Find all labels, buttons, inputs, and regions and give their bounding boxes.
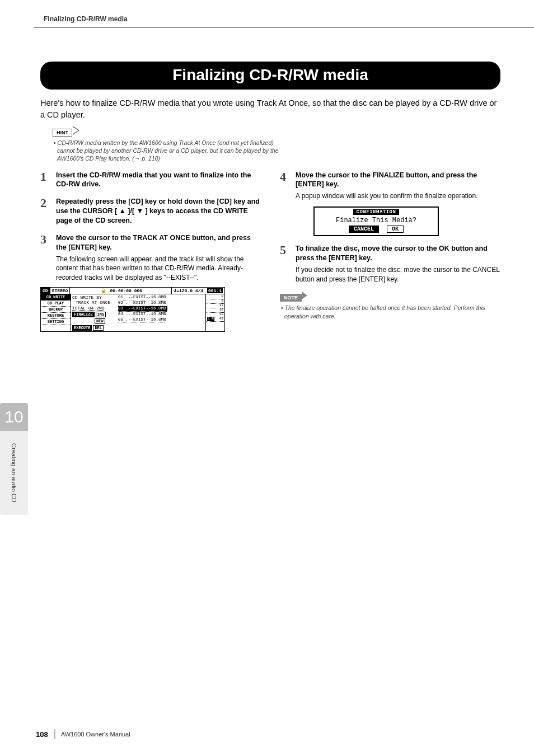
meter-mark: 48 [219,317,223,321]
cd-panel: CD WRITE BY TRACK AT ONCE TOTAL 84.2MB F… [71,294,205,331]
cd-mode: STEREO [50,288,71,294]
footer-divider [54,729,55,739]
tab-restore[interactable]: RESTORE [41,313,71,319]
track-row: 04 .--EXIST--16.8MB [118,312,167,317]
del-button[interactable]: DEL [93,325,104,331]
step-4: 4 Move the cursor to the FINALIZE button… [280,171,500,237]
cd-time: 00:00:00.000 [110,288,142,293]
new-button[interactable]: NEW [95,318,105,324]
cd-screen-figure: CD STEREO 🔒 00:00:00.000 J=120.0 4/4 001… [40,287,225,332]
step-number: 2 [40,197,50,209]
step-number: 4 [280,171,290,183]
cancel-button[interactable]: CANCEL [349,226,379,233]
chapter-side-label: Creating an audio CD [0,431,28,515]
right-column: 4 Move the cursor to the FINALIZE button… [280,171,500,340]
track-list: 01 .--EXIST--16.8MB 02 .--EXIST--16.8MB … [118,295,167,323]
cd-tempo: J=120.0 4/4 [174,288,203,293]
page-number: 108 [36,730,48,739]
note-text: The finalize operation cannot be halted … [280,304,500,320]
tab-cdplay[interactable]: CD PLAY [41,300,71,307]
left-column: 1 Insert the CD-R/RW media that you want… [40,171,261,340]
step-number: 3 [40,233,50,246]
intro-text: Here's how to finalize CD-R/RW media tha… [40,97,500,121]
track-row: 05 .--EXIST--16.8MB [118,317,167,323]
lock-icon: 🔒 [100,288,107,293]
step-body: The following screen will appear, and th… [56,255,261,283]
confirmation-dialog: CONFIRMATION Finalize This Media? CANCEL… [313,206,439,236]
step-body: A popup window will ask you to confirm t… [296,191,500,201]
step-title: Move the cursor to the TRACK AT ONCE but… [56,233,261,252]
level-meter: 0 6 12 18 30 L R 48 [205,294,224,331]
tab-cdwrite[interactable]: CD WRITE [41,294,71,300]
dialog-message: Finalize This Media? [315,217,438,224]
cd-bar: 001.1 [207,288,223,293]
step-1: 1 Insert the CD-R/RW media that you want… [40,171,261,190]
finalize-button[interactable]: FINALIZE [72,312,95,317]
track-row: 03 .--EXIST--16.8MB [118,306,167,312]
ok-button[interactable]: OK [387,226,404,233]
dialog-titlebar: CONFIRMATION [353,209,400,215]
meter-lr: L R [207,317,214,321]
track-row: 02 .--EXIST--16.8MB [118,300,167,306]
page-header: Finalizing CD-R/RW media [34,13,534,28]
step-title: Repeatedly press the [CD] key or hold do… [56,197,261,226]
step-2: 2 Repeatedly press the [CD] key or hold … [40,197,261,226]
header-breadcrumb: Finalizing CD-R/RW media [44,15,128,23]
step-title: Insert the CD-R/RW media that you want t… [56,171,261,190]
step-title: To finalize the disc, move the cursor to… [296,244,500,263]
step-3: 3 Move the cursor to the TRACK AT ONCE b… [40,233,261,332]
page-title: Finalizing CD-R/RW media [40,62,500,90]
tab-backup[interactable]: BACKUP [41,307,71,313]
step-number: 5 [280,244,290,256]
cd-tabs: CD WRITE CD PLAY BACKUP RESTORE SETTING [41,294,71,331]
hint-box: HINT CD-R/RW media written by the AW1600… [53,126,500,163]
hint-text: CD-R/RW media written by the AW1600 usin… [53,139,288,163]
cd-label: CD [41,288,50,294]
page-footer: 108 AW1600 Owner's Manual [36,729,130,739]
note-box: NOTE The finalize operation cannot be ha… [280,292,500,320]
note-label: NOTE [280,294,302,302]
step-title: Move the cursor to the FINALIZE button, … [296,171,500,190]
execute-button[interactable]: EXECUTE [72,325,92,331]
step-body: If you decide not to finalize the disc, … [296,265,500,284]
hint-label: HINT [53,129,72,137]
ins-button[interactable]: INS [96,312,106,317]
tab-setting[interactable]: SETTING [41,319,71,325]
step-5: 5 To finalize the disc, move the cursor … [280,244,500,284]
chapter-number: 10 [0,403,28,431]
track-row: 01 .--EXIST--16.8MB [118,295,167,300]
page-content: Finalizing CD-R/RW media Here's how to f… [40,62,500,340]
manual-title: AW1600 Owner's Manual [61,731,130,738]
step-number: 1 [40,171,50,183]
